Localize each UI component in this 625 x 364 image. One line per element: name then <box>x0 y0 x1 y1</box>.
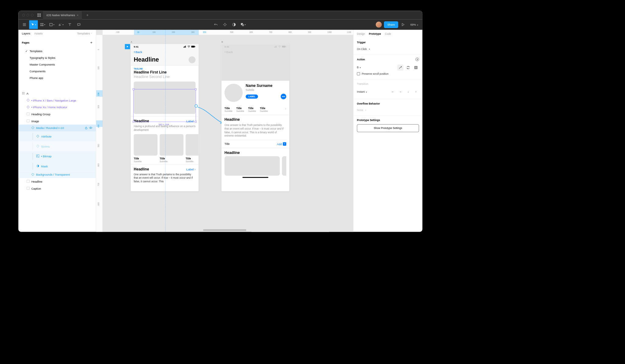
page-item[interactable]: Master Components <box>18 61 96 68</box>
swap-icon[interactable] <box>405 65 411 71</box>
shape-tool[interactable]: ▾ <box>47 20 56 29</box>
label-pill[interactable]: LABEL <box>246 95 258 98</box>
layer-item[interactable]: Media / Rounded r=10 <box>18 125 96 132</box>
boolean-icon[interactable]: ▾ <box>239 20 247 29</box>
tab-code[interactable]: Code <box>385 32 391 35</box>
svg-point-22 <box>37 155 38 156</box>
navigate-icon[interactable] <box>397 65 403 71</box>
tab-assets[interactable]: Assets <box>34 32 43 35</box>
frame-a[interactable]: 9:41 ‹Back Headline TAGLINE Headline Fir… <box>131 44 198 191</box>
big-card[interactable] <box>225 156 280 176</box>
layer-item[interactable]: Image <box>18 118 96 125</box>
layer-item[interactable]: • Bitmap <box>18 151 96 161</box>
label-link[interactable]: Label › <box>186 120 195 123</box>
tab-templates[interactable]: Templates⌃ <box>77 32 92 35</box>
layer-item[interactable]: Attribute <box>18 131 96 141</box>
layer-item[interactable]: Headline <box>18 178 96 185</box>
share-button[interactable]: Share <box>384 21 398 28</box>
add-button[interactable]: Add+ <box>277 142 287 146</box>
layer-item[interactable]: • iPhone Xs / Home Indicator <box>18 104 96 111</box>
page-item[interactable]: Typography & Styles <box>18 55 96 61</box>
frame-b[interactable]: 9:41 ‹Back Name Surname Subtitle LABEL <box>222 44 289 191</box>
card[interactable]: TitleSubtitle <box>134 134 157 162</box>
media-placeholder[interactable] <box>134 82 195 114</box>
transition-select[interactable]: Instant ▾ <box>357 91 367 94</box>
close-tab-icon[interactable]: × <box>77 13 78 17</box>
frame-b-label[interactable]: B <box>222 41 223 43</box>
card[interactable]: TitleSubtitle <box>186 134 198 162</box>
tab-prototype[interactable]: Prototype <box>369 32 381 35</box>
chevron-right-icon[interactable]: › <box>285 107 286 112</box>
minimize-window-icon[interactable] <box>27 14 29 16</box>
comment-tool[interactable] <box>74 20 83 29</box>
layer-item[interactable]: Scrims <box>18 141 96 152</box>
add-page-button[interactable]: + <box>90 40 92 45</box>
tab-layers[interactable]: Layers <box>22 32 31 35</box>
present-icon[interactable] <box>399 20 407 29</box>
arrow-down-icon[interactable]: ↓ <box>405 89 411 95</box>
page-item[interactable]: ✓Templates <box>18 48 96 55</box>
svg-rect-32 <box>274 47 274 48</box>
svg-rect-19 <box>85 128 87 129</box>
canvas[interactable]: 0100236300400500600700800 -1001610020030… <box>96 30 353 232</box>
label-link[interactable]: Label › <box>186 167 195 171</box>
arrow-up-icon[interactable]: ↑ <box>413 89 419 95</box>
canvas-scrollbar[interactable] <box>203 229 247 231</box>
zoom-level[interactable]: 69% ▾ <box>410 23 418 26</box>
page-item[interactable]: Phone app <box>18 75 96 81</box>
back-button[interactable]: ‹Back <box>134 50 195 54</box>
svg-rect-37 <box>286 46 286 47</box>
layer-item[interactable]: Mask <box>18 161 96 171</box>
layer-item[interactable]: Backgrounds / Transparent <box>18 171 96 178</box>
ruler-h-selection <box>134 30 199 35</box>
hamburger-menu-icon[interactable] <box>20 20 29 29</box>
file-tab[interactable]: iOS Native Wireframes × <box>43 11 82 19</box>
frame-tool[interactable]: ▾ <box>38 20 47 29</box>
layer-item[interactable]: Caption <box>18 185 96 192</box>
close-window-icon[interactable] <box>22 14 25 16</box>
move-tool[interactable]: ▾ <box>29 20 38 29</box>
unlock-icon <box>85 127 88 130</box>
page-item[interactable]: Components <box>18 68 96 75</box>
file-tab-title: iOS Native Wireframes <box>46 13 75 17</box>
prototype-start-badge[interactable] <box>125 44 130 49</box>
pen-tool[interactable]: ▾ <box>56 20 65 29</box>
user-avatar[interactable] <box>376 22 382 28</box>
svg-rect-26 <box>183 47 184 48</box>
hero-placeholder: 9:41 ‹Back <box>222 44 289 80</box>
new-tab-button[interactable]: + <box>86 13 89 17</box>
maximize-window-icon[interactable] <box>31 14 33 16</box>
layer-item[interactable]: Heading Group <box>18 111 96 118</box>
action-target-select[interactable]: B ▾ <box>357 66 361 69</box>
help-icon[interactable]: ? <box>415 58 419 61</box>
card-scroller[interactable]: TitleSubtitle TitleSubtitle TitleSubtitl… <box>131 134 198 164</box>
overflow-select[interactable]: None▾ <box>357 108 419 112</box>
app-menu-icon[interactable] <box>37 13 41 17</box>
components-icon[interactable] <box>221 20 229 29</box>
undo-icon[interactable] <box>211 20 220 29</box>
svg-rect-38 <box>415 66 417 69</box>
layer-item[interactable]: • iPhone X / Bars / Navigation Large <box>18 97 96 104</box>
arrow-left-icon[interactable]: ← <box>390 89 396 95</box>
svg-rect-25 <box>27 187 29 189</box>
add-row: Title Add+ <box>222 140 289 148</box>
prototype-connection <box>196 105 224 125</box>
overlay-icon[interactable] <box>413 65 419 71</box>
tab-design[interactable]: Design <box>357 32 365 35</box>
ruler-vertical: 0100236300400500600700800 <box>96 35 103 232</box>
card[interactable]: TitleSubtitle <box>160 134 183 162</box>
layer-item[interactable]: A <box>18 90 96 97</box>
show-prototype-settings-button[interactable]: Show Prototype Settings <box>357 124 419 132</box>
frame-a-label[interactable]: A <box>131 41 132 43</box>
arrow-right-icon[interactable]: → <box>397 89 403 95</box>
more-button[interactable]: ••• <box>281 94 286 99</box>
mask-icon[interactable] <box>229 20 238 29</box>
preserve-scroll-checkbox[interactable]: Preserve scroll position <box>357 71 419 76</box>
text-tool[interactable] <box>66 20 74 29</box>
ruler-v-selection-1 <box>96 90 103 97</box>
profile-row: Name Surname Subtitle LABEL ••• <box>222 81 289 105</box>
tagline: TAGLINE <box>131 66 198 70</box>
trigger-select[interactable]: On Click▾ <box>357 47 419 52</box>
right-tabs: Design Prototype Code <box>353 30 422 38</box>
connection-node[interactable] <box>195 105 198 108</box>
